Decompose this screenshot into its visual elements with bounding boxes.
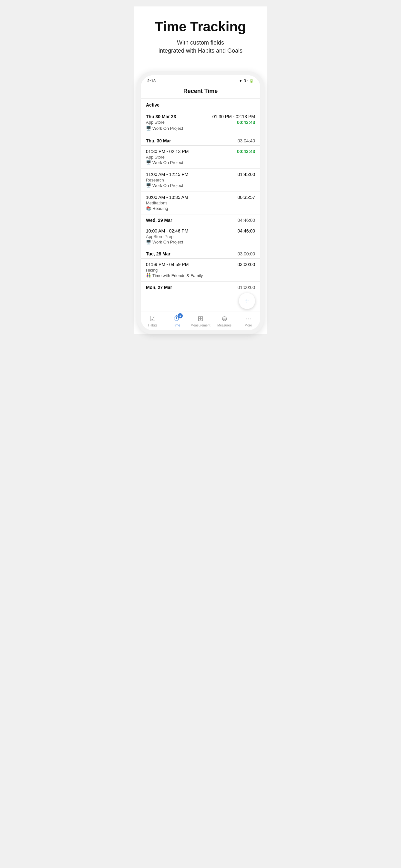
entry-cat-icon-0-2: 📚 — [146, 206, 151, 211]
active-entry-date: Thu 30 Mar 23 — [146, 114, 176, 119]
day-header-1: Wed, 29 Mar 04:46:00 — [141, 214, 260, 225]
active-entry-category: 🖥️ Work On Project — [146, 126, 255, 131]
time-badge: 1 — [178, 313, 183, 318]
entry-range-0-1: 11:00 AM - 12:45 PM — [146, 172, 189, 177]
nav-item-more[interactable]: ··· More — [236, 314, 260, 327]
day-label-0: Thu, 30 Mar — [146, 138, 171, 144]
entry-sub-0-2: Meditations — [146, 200, 255, 206]
day-header-2: Tue, 28 Mar 03:00:00 — [141, 248, 260, 259]
measures-icon: ⊜ — [221, 314, 227, 323]
entry-sub-2-0: Hiking — [146, 268, 255, 273]
day-total-3: 01:00:00 — [238, 285, 255, 290]
nav-item-time[interactable]: ⏱ 1 Time — [165, 314, 189, 327]
day-total-0: 03:04:40 — [238, 138, 255, 144]
entry-cat-icon-0-0: 🖥️ — [146, 160, 151, 165]
habits-icon: ☑ — [150, 314, 156, 323]
day-label-1: Wed, 29 Mar — [146, 218, 172, 223]
more-icon: ··· — [245, 314, 251, 323]
entry-sub-1-0: AppStore Prep — [146, 234, 255, 239]
active-entry-category-icon: 🖥️ — [146, 126, 151, 131]
status-time: 2:13 — [147, 79, 156, 83]
entry-cat-label-1-0: Work On Project — [152, 240, 183, 244]
active-entry-sub: App Store — [146, 120, 165, 125]
nav-item-measures[interactable]: ⊜ Measures — [212, 314, 236, 327]
day-total-2: 03:00:00 — [238, 251, 255, 256]
active-entry-duration: 00:43:43 — [237, 120, 255, 125]
measures-label: Measures — [217, 323, 232, 327]
day-label-3: Mon, 27 Mar — [146, 285, 172, 290]
nav-item-measurement[interactable]: ⊞ Measurement — [189, 314, 212, 327]
entry-category-0-0: 🖥️ Work On Project — [146, 160, 255, 165]
entry-cat-icon-0-1: 🖥️ — [146, 183, 151, 188]
entry-duration-0-0: 00:43:43 — [237, 149, 255, 154]
entry-category-0-2: 📚 Reading — [146, 206, 255, 211]
measurement-icon: ⊞ — [197, 314, 204, 323]
entry-range-0-0: 01:30 PM - 02:13 PM — [146, 149, 189, 154]
time-entry-0-2[interactable]: 10:00 AM - 10:35 AM 00:35:57 Meditations… — [141, 191, 260, 214]
hero-title: Time Tracking — [140, 20, 261, 34]
entry-cat-label-0-2: Reading — [152, 206, 168, 211]
day-header-0: Thu, 30 Mar 03:04:40 — [141, 135, 260, 146]
page-wrapper: Time Tracking With custom fieldsintegrat… — [134, 6, 267, 334]
entry-range-0-2: 10:00 AM - 10:35 AM — [146, 195, 188, 200]
entry-range-2-0: 01:59 PM - 04:59 PM — [146, 262, 189, 267]
entry-cat-label-0-1: Work On Project — [152, 183, 183, 188]
time-entry-1-0[interactable]: 10:00 AM - 02:46 PM 04:46:00 AppStore Pr… — [141, 225, 260, 248]
entry-sub-0-0: App Store — [146, 155, 255, 159]
day-label-2: Tue, 28 Mar — [146, 251, 171, 256]
more-label: More — [245, 323, 252, 327]
content-area[interactable]: Active Thu 30 Mar 23 01:30 PM - 02:13 PM… — [141, 99, 260, 312]
time-entry-2-0[interactable]: 01:59 PM - 04:59 PM 03:00:00 Hiking 👫 Ti… — [141, 259, 260, 282]
phone-inner: 2:13 ▼ R↑ 🔋 Recent Time Active — [141, 75, 260, 330]
screen-header: Recent Time — [141, 85, 260, 99]
entry-sub-0-1: Research — [146, 178, 255, 182]
habits-label: Habits — [148, 323, 157, 327]
screen-title: Recent Time — [183, 88, 218, 94]
entry-cat-icon-1-0: 🖥️ — [146, 240, 151, 244]
entry-category-0-1: 🖥️ Work On Project — [146, 183, 255, 188]
entry-cat-icon-2-0: 👫 — [146, 273, 151, 278]
entry-cat-label-0-0: Work On Project — [152, 160, 183, 165]
wifi-icon: ▼ — [239, 79, 243, 83]
status-icons: ▼ R↑ 🔋 — [239, 79, 254, 83]
nav-item-habits[interactable]: ☑ Habits — [141, 314, 165, 327]
entry-duration-2-0: 03:00:00 — [238, 262, 255, 267]
active-entry-time-range: 01:30 PM - 02:13 PM — [212, 114, 255, 119]
battery-icon: 🔋 — [249, 79, 254, 83]
time-entry-0-0[interactable]: 01:30 PM - 02:13 PM 00:43:43 App Store 🖥… — [141, 146, 260, 168]
measurement-label: Measurement — [190, 323, 210, 327]
day-groups-container: Thu, 30 Mar 03:04:40 01:30 PM - 02:13 PM… — [141, 135, 260, 292]
entry-duration-0-2: 00:35:57 — [238, 195, 255, 200]
time-label: Time — [173, 323, 180, 327]
time-entry-0-1[interactable]: 11:00 AM - 12:45 PM 01:45:00 Research 🖥️… — [141, 168, 260, 191]
entry-range-1-0: 10:00 AM - 02:46 PM — [146, 228, 189, 234]
entry-cat-label-2-0: Time with Friends & Family — [152, 273, 203, 278]
plus-icon: + — [244, 296, 250, 306]
signal-icon: R↑ — [244, 79, 248, 83]
hero-subtitle: With custom fieldsintegrated with Habits… — [140, 39, 261, 55]
add-entry-fab[interactable]: + — [239, 293, 255, 309]
phone-frame: 2:13 ▼ R↑ 🔋 Recent Time Active — [137, 71, 264, 334]
bottom-nav: ☑ Habits ⏱ 1 Time ⊞ Measurement ⊜ Measur — [141, 312, 260, 330]
entry-category-1-0: 🖥️ Work On Project — [146, 240, 255, 244]
active-section-header: Active — [141, 99, 260, 110]
active-entry[interactable]: Thu 30 Mar 23 01:30 PM - 02:13 PM App St… — [141, 110, 260, 135]
status-bar: 2:13 ▼ R↑ 🔋 — [141, 75, 260, 85]
entry-category-2-0: 👫 Time with Friends & Family — [146, 273, 255, 278]
entry-duration-0-1: 01:45:00 — [238, 172, 255, 177]
active-label: Active — [146, 102, 159, 107]
day-header-3: Mon, 27 Mar 01:00:00 — [141, 282, 260, 292]
hero-section: Time Tracking With custom fieldsintegrat… — [134, 6, 267, 71]
day-total-1: 04:46:00 — [238, 218, 255, 223]
entry-duration-1-0: 04:46:00 — [238, 228, 255, 234]
active-entry-category-label: Work On Project — [152, 126, 183, 131]
